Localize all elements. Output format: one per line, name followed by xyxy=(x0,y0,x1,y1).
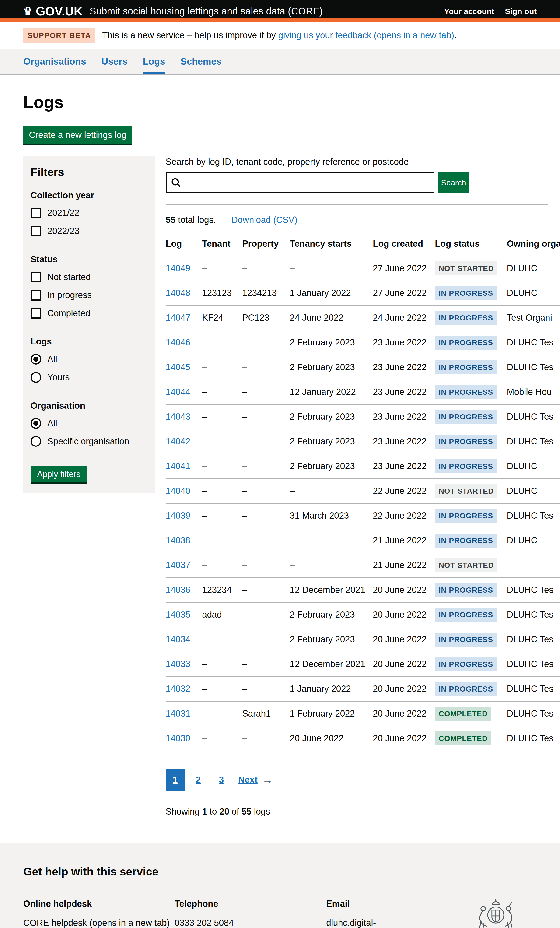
tab-organisations: Organisations xyxy=(23,49,86,75)
log-link[interactable]: 14045 xyxy=(166,362,191,372)
log-link[interactable]: 14047 xyxy=(166,313,191,322)
cell-log: 14049 xyxy=(166,256,202,281)
log-link[interactable]: 14037 xyxy=(166,560,191,570)
table-row: 14040–––22 June 2022NOT STARTEDDLUHC xyxy=(166,479,560,504)
cell-log: 14048 xyxy=(166,281,202,305)
pagination-next-link[interactable]: Next xyxy=(238,774,257,786)
create-lettings-log-button[interactable]: Create a new lettings log xyxy=(23,126,132,144)
log-link[interactable]: 14034 xyxy=(166,634,191,644)
radio-specific-organisation[interactable]: Specific organisation xyxy=(31,436,145,447)
table-row: 14033––12 December 202120 June 2022IN PR… xyxy=(166,652,560,677)
checkbox-control-completed[interactable] xyxy=(31,308,41,319)
cell-tenant: – xyxy=(202,677,242,701)
radio-yours[interactable]: Yours xyxy=(31,372,145,383)
log-link[interactable]: 14039 xyxy=(166,511,191,520)
log-link[interactable]: 14041 xyxy=(166,461,191,471)
log-link[interactable]: 14044 xyxy=(166,387,191,397)
col-header-log: Log xyxy=(166,238,202,256)
radio-control-all[interactable] xyxy=(31,418,41,429)
checkbox-not-started[interactable]: Not started xyxy=(31,272,145,283)
cell-tenant: – xyxy=(202,454,242,479)
cell-owning-organisation: DLUHC Tes xyxy=(507,504,560,528)
cell-log: 14034 xyxy=(166,627,202,652)
cell-log-status: IN PROGRESS xyxy=(435,528,507,553)
log-link[interactable]: 14040 xyxy=(166,486,191,496)
cell-property: – xyxy=(242,380,290,404)
header-account-nav: Your account Sign out xyxy=(444,6,537,16)
cell-log-status: IN PROGRESS xyxy=(435,627,507,652)
log-link[interactable]: 14048 xyxy=(166,288,191,298)
sign-out-link[interactable]: Sign out xyxy=(505,6,537,16)
log-link[interactable]: 14033 xyxy=(166,659,191,669)
your-account-link[interactable]: Your account xyxy=(444,6,494,16)
col-header-owning-organisation: Owning organisation xyxy=(507,238,560,256)
radio-control-all[interactable] xyxy=(31,354,41,365)
log-link[interactable]: 14032 xyxy=(166,684,191,694)
checkbox-control-in-progress[interactable] xyxy=(31,290,41,301)
table-row: 14036123234–12 December 202120 June 2022… xyxy=(166,578,560,602)
cell-log-status: IN PROGRESS xyxy=(435,652,507,677)
pagination-page-1[interactable]: 1 xyxy=(166,769,185,791)
cell-tenant: – xyxy=(202,726,242,751)
checkbox-completed[interactable]: Completed xyxy=(31,308,145,319)
cell-property: – xyxy=(242,355,290,380)
apply-filters-button[interactable]: Apply filters xyxy=(31,466,87,482)
cell-log-created: 20 June 2022 xyxy=(373,652,435,677)
tab-link-logs[interactable]: Logs xyxy=(143,56,165,67)
log-link[interactable]: 14042 xyxy=(166,437,191,446)
main-content: Logs Create a new lettings log Filters C… xyxy=(23,92,537,826)
col-header-log-status: Log status xyxy=(435,238,507,256)
checkbox-control-not-started[interactable] xyxy=(31,272,41,282)
cell-log-created: 27 June 2022 xyxy=(373,256,435,281)
log-link[interactable]: 14035 xyxy=(166,610,191,620)
download-csv-link[interactable]: Download (CSV) xyxy=(232,215,298,225)
radio-control-specific-organisation[interactable] xyxy=(31,436,41,447)
tab-link-organisations[interactable]: Organisations xyxy=(23,56,86,67)
tab-link-schemes[interactable]: Schemes xyxy=(181,56,222,67)
status-badge: NOT STARTED xyxy=(435,558,497,572)
govuk-logo[interactable]: ♛ GOV.UK xyxy=(23,4,82,19)
pagination-page-3[interactable]: 3 xyxy=(212,769,231,791)
log-link[interactable]: 14036 xyxy=(166,585,191,595)
status-badge: IN PROGRESS xyxy=(435,286,497,300)
footer-email-title: Email xyxy=(326,898,466,910)
cell-tenant: adad xyxy=(202,602,242,627)
log-link[interactable]: 14046 xyxy=(166,337,191,347)
checkbox-control-2021-22[interactable] xyxy=(31,208,41,218)
log-link[interactable]: 14043 xyxy=(166,412,191,421)
radio-all[interactable]: All xyxy=(31,418,145,429)
core-helpdesk-link[interactable]: CORE helpdesk (opens in a new tab) xyxy=(23,918,169,928)
footer: Get help with this service Online helpde… xyxy=(0,843,560,928)
filter-group-logs: LogsAllYours xyxy=(31,336,145,383)
pagination: 123Next → xyxy=(166,769,548,791)
radio-all[interactable]: All xyxy=(31,354,145,365)
email-link[interactable]: dluhc.digital-services@levellingup.gov.u… xyxy=(326,918,438,928)
radio-control-yours[interactable] xyxy=(31,372,41,383)
cell-tenancy-starts: 2 February 2023 xyxy=(290,454,373,479)
checkbox-2022-23[interactable]: 2022/23 xyxy=(31,226,145,237)
cell-log-created: 23 June 2022 xyxy=(373,330,435,355)
cell-log: 14043 xyxy=(166,404,202,429)
log-link[interactable]: 14038 xyxy=(166,536,191,545)
cell-tenancy-starts: 2 February 2023 xyxy=(290,627,373,652)
checkbox-in-progress[interactable]: In progress xyxy=(31,290,145,301)
log-link[interactable]: 14031 xyxy=(166,708,191,718)
cell-owning-organisation: DLUHC Tes xyxy=(507,429,560,454)
footer-email-column: Email dluhc.digital-services@levellingup… xyxy=(326,898,466,928)
pagination-page-2[interactable]: 2 xyxy=(189,769,208,791)
search-input[interactable] xyxy=(166,172,435,192)
log-link[interactable]: 14049 xyxy=(166,263,191,273)
checkbox-2021-22[interactable]: 2021/22 xyxy=(31,208,145,219)
service-name-link[interactable]: Submit social housing lettings and sales… xyxy=(90,5,323,17)
cell-owning-organisation: DLUHC Tes xyxy=(507,652,560,677)
log-link[interactable]: 14030 xyxy=(166,733,191,743)
search-button[interactable]: Search xyxy=(438,172,470,192)
status-badge: IN PROGRESS xyxy=(435,435,497,449)
cell-log-status: IN PROGRESS xyxy=(435,429,507,454)
filter-divider xyxy=(31,246,145,246)
cell-property: – xyxy=(242,454,290,479)
checkbox-control-2022-23[interactable] xyxy=(31,226,41,237)
filters-panel: Filters Collection year2021/222022/23Sta… xyxy=(23,156,155,493)
tab-link-users[interactable]: Users xyxy=(102,56,127,67)
feedback-link[interactable]: giving us your feedback (opens in a new … xyxy=(278,31,454,40)
